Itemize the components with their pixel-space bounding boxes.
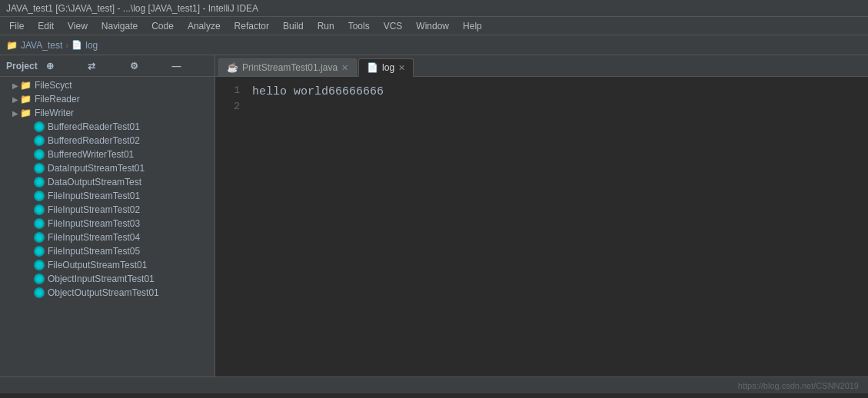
- tree-item[interactable]: ▶📁FileReader: [0, 92, 215, 106]
- folder-icon: 📁: [20, 108, 32, 118]
- menu-item-build[interactable]: Build: [277, 19, 310, 33]
- tree-arrow: ▶: [12, 81, 18, 90]
- tree-item[interactable]: ▶📁FileWriter: [0, 106, 215, 120]
- tree-item[interactable]: FileInputStreamTest04: [0, 231, 215, 244]
- menu-item-view[interactable]: View: [62, 19, 94, 33]
- code-line: hello world66666666: [252, 83, 868, 101]
- main-layout: Project ⊕ ⇄ ⚙ — ▶📁FileScyct▶📁FileReader▶…: [0, 55, 868, 376]
- java-class-icon: [34, 274, 45, 284]
- title-text: JAVA_test1 [G:\JAVA_test] - ...\log [JAV…: [6, 3, 258, 14]
- tree-item-label: BufferedWriterTest01: [48, 149, 134, 160]
- breadcrumb-log-icon: 📄: [72, 40, 82, 50]
- menu-item-refactor[interactable]: Refactor: [228, 19, 275, 33]
- menu-item-edit[interactable]: Edit: [32, 19, 60, 33]
- tree-item-label: FileOutputStreamTest01: [48, 260, 147, 270]
- menu-bar: FileEditViewNavigateCodeAnalyzeRefactorB…: [0, 17, 868, 35]
- log-file-icon: 📄: [367, 62, 378, 73]
- breadcrumb-project[interactable]: JAVA_test: [21, 40, 62, 51]
- tree-item-label: DataInputStreamTest01: [48, 163, 145, 174]
- file-tree: ▶📁FileScyct▶📁FileReader▶📁FileWriterBuffe…: [0, 77, 215, 376]
- menu-item-run[interactable]: Run: [311, 19, 341, 33]
- java-class-icon: [34, 260, 45, 270]
- tree-item[interactable]: FileInputStreamTest02: [0, 203, 215, 217]
- line-numbers: 12: [215, 83, 246, 370]
- tree-item[interactable]: FileInputStreamTest05: [0, 244, 215, 258]
- sidebar-add-icon[interactable]: ⊕: [44, 59, 83, 73]
- menu-item-file[interactable]: File: [3, 19, 30, 33]
- java-class-icon: [34, 218, 45, 229]
- menu-item-tools[interactable]: Tools: [342, 19, 376, 33]
- tree-item-label: BufferedReaderTest01: [48, 121, 140, 132]
- tree-arrow: ▶: [12, 109, 18, 118]
- menu-item-analyze[interactable]: Analyze: [181, 19, 227, 33]
- tree-item-label: ObjectInputStreamtTest01: [48, 274, 155, 284]
- tree-item-label: FileScyct: [35, 80, 72, 91]
- tree-item[interactable]: BufferedReaderTest02: [0, 134, 215, 148]
- tree-item-label: FileInputStreamTest01: [48, 191, 140, 201]
- menu-item-window[interactable]: Window: [410, 19, 455, 33]
- tree-item-label: FileInputStreamTest04: [48, 232, 140, 243]
- title-bar: JAVA_test1 [G:\JAVA_test] - ...\log [JAV…: [0, 0, 868, 17]
- sidebar: Project ⊕ ⇄ ⚙ — ▶📁FileScyct▶📁FileReader▶…: [0, 55, 215, 376]
- breadcrumb: 📁 JAVA_test › 📄 log: [0, 35, 868, 55]
- tree-item-label: FileInputStreamTest02: [48, 204, 140, 215]
- tree-item[interactable]: FileInputStreamTest01: [0, 189, 215, 203]
- tree-item[interactable]: FileOutputStreamTest01: [0, 258, 215, 272]
- java-class-icon: [34, 287, 45, 298]
- tree-item[interactable]: FileInputStreamTest03: [0, 217, 215, 231]
- java-class-icon: [34, 204, 45, 215]
- tab-close-icon[interactable]: ✕: [341, 63, 348, 73]
- tab-log[interactable]: 📄log✕: [358, 58, 414, 77]
- tab-label: log: [382, 62, 394, 73]
- tab-close-icon[interactable]: ✕: [398, 63, 405, 73]
- tree-item[interactable]: DataOutputStreamTest: [0, 175, 215, 189]
- tree-item-label: FileWriter: [35, 108, 74, 118]
- tab-label: PrintStreamTest01.java: [242, 62, 338, 73]
- menu-item-code[interactable]: Code: [145, 19, 180, 33]
- tree-item[interactable]: BufferedWriterTest01: [0, 148, 215, 161]
- tree-item[interactable]: ObjectInputStreamtTest01: [0, 272, 215, 286]
- tree-item-label: BufferedReaderTest02: [48, 135, 140, 146]
- tree-item-label: ObjectOutputStreamTest01: [48, 287, 159, 298]
- breadcrumb-separator: ›: [65, 40, 68, 51]
- java-class-icon: [34, 163, 45, 174]
- folder-icon: 📁: [20, 94, 32, 104]
- editor-content[interactable]: 12 hello world66666666: [215, 77, 868, 376]
- code-area[interactable]: hello world66666666: [246, 83, 868, 370]
- tree-arrow: ▶: [12, 95, 18, 104]
- java-class-icon: [34, 232, 45, 243]
- folder-icon: 📁: [20, 80, 32, 91]
- tree-item[interactable]: ▶📁FileScyct: [0, 78, 215, 92]
- sidebar-collapse-icon[interactable]: —: [169, 59, 208, 73]
- tree-item[interactable]: ObjectOutputStreamTest01: [0, 286, 215, 300]
- sidebar-settings-icon[interactable]: ⚙: [128, 59, 167, 73]
- tree-item-label: FileInputStreamTest05: [48, 246, 140, 257]
- status-bar: https://blog.csdn.net/CSNN2019: [0, 376, 868, 393]
- java-class-icon: [34, 149, 45, 160]
- java-class-icon: [34, 191, 45, 201]
- tree-item[interactable]: BufferedReaderTest01: [0, 120, 215, 134]
- tree-item-label: DataOutputStreamTest: [48, 177, 141, 187]
- breadcrumb-file[interactable]: log: [85, 40, 98, 51]
- menu-item-help[interactable]: Help: [457, 19, 488, 33]
- java-class-icon: [34, 177, 45, 187]
- menu-item-vcs[interactable]: VCS: [377, 19, 409, 33]
- line-number: 1: [215, 83, 240, 99]
- editor-panel: ☕PrintStreamTest01.java✕📄log✕ 12 hello w…: [215, 55, 868, 376]
- menu-item-navigate[interactable]: Navigate: [95, 19, 144, 33]
- line-number: 2: [215, 99, 240, 115]
- tab-bar: ☕PrintStreamTest01.java✕📄log✕: [215, 55, 868, 77]
- project-label: Project: [6, 61, 41, 71]
- breadcrumb-folder-icon: 📁: [6, 40, 18, 51]
- tree-item-label: FileReader: [35, 94, 80, 104]
- status-url: https://blog.csdn.net/CSNN2019: [738, 381, 859, 390]
- java-class-icon: [34, 246, 45, 257]
- sidebar-header: Project ⊕ ⇄ ⚙ —: [0, 55, 215, 77]
- java-class-icon: [34, 121, 45, 132]
- tree-item-label: FileInputStreamTest03: [48, 218, 140, 229]
- java-file-icon: ☕: [227, 62, 238, 73]
- tree-item[interactable]: DataInputStreamTest01: [0, 161, 215, 175]
- tab-PrintStreamTest01-java[interactable]: ☕PrintStreamTest01.java✕: [218, 58, 357, 76]
- java-class-icon: [34, 135, 45, 146]
- sidebar-sync-icon[interactable]: ⇄: [85, 59, 125, 73]
